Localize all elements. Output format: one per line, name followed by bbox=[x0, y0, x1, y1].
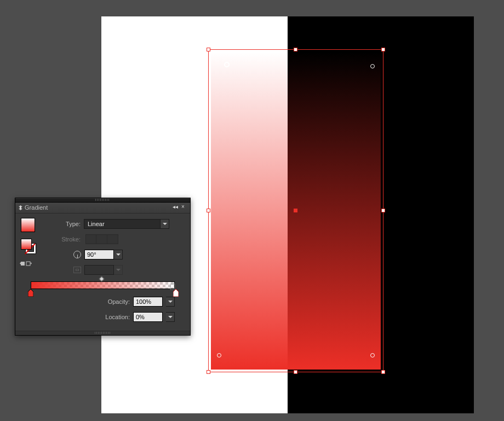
chevron-down-icon bbox=[168, 316, 173, 320]
aspect-stepper bbox=[114, 265, 123, 275]
chevron-down-icon bbox=[116, 269, 121, 273]
type-dropdown-button[interactable] bbox=[160, 220, 169, 228]
color-stop-right[interactable] bbox=[173, 289, 179, 297]
panel-toggle-icon[interactable] bbox=[19, 205, 22, 209]
panel-header[interactable]: Gradient ◂◂ × bbox=[15, 203, 190, 214]
location-row: Location: 0% bbox=[21, 311, 175, 323]
chevron-down-icon bbox=[163, 223, 167, 227]
panel-close-icon[interactable]: × bbox=[180, 204, 186, 210]
location-input[interactable]: 0% bbox=[133, 312, 163, 322]
opacity-stepper[interactable] bbox=[166, 297, 175, 307]
angle-stepper[interactable] bbox=[114, 250, 123, 259]
chevron-down-icon bbox=[116, 253, 121, 258]
svg-rect-3 bbox=[171, 283, 174, 284]
chevron-down-icon bbox=[168, 301, 173, 305]
fill-proxy[interactable] bbox=[21, 239, 32, 250]
stroke-align-2 bbox=[96, 234, 107, 244]
svg-rect-1 bbox=[26, 262, 30, 266]
midpoint-diamond[interactable] bbox=[99, 276, 104, 282]
opacity-row: Opacity: 100% bbox=[21, 296, 175, 308]
type-value: Linear bbox=[84, 220, 160, 228]
aspect-input bbox=[84, 265, 114, 275]
type-row: Type: Linear bbox=[54, 218, 185, 230]
angle-row: 90° bbox=[73, 249, 185, 261]
angle-icon[interactable] bbox=[73, 251, 81, 258]
panel-collapse-icon[interactable]: ◂◂ bbox=[173, 204, 178, 210]
location-label: Location: bbox=[105, 314, 130, 320]
ramp-bar[interactable] bbox=[31, 281, 175, 289]
gradient-swatch[interactable] bbox=[21, 218, 35, 232]
fill-stroke-proxy[interactable] bbox=[21, 239, 36, 254]
opacity-label: Opacity: bbox=[108, 298, 130, 305]
svg-rect-0 bbox=[21, 262, 25, 266]
gradient-ramp[interactable] bbox=[31, 281, 175, 291]
delete-stop-icon[interactable] bbox=[169, 282, 176, 290]
panel-title: Gradient bbox=[25, 204, 48, 211]
stroke-label: Stroke: bbox=[54, 236, 84, 243]
reverse-gradient-icon[interactable] bbox=[20, 261, 32, 267]
location-stepper[interactable] bbox=[166, 312, 175, 322]
aspect-icon bbox=[73, 267, 81, 273]
gradient-panel[interactable]: Gradient ◂◂ × Type: Linear Stroke: bbox=[15, 198, 191, 336]
panel-resize-grip[interactable] bbox=[15, 331, 190, 335]
opacity-input[interactable]: 100% bbox=[133, 297, 163, 307]
type-dropdown[interactable]: Linear bbox=[84, 219, 169, 229]
gradient-rectangle[interactable] bbox=[211, 52, 381, 370]
svg-rect-2 bbox=[170, 284, 175, 290]
angle-input[interactable]: 90° bbox=[84, 250, 114, 259]
stroke-align-1 bbox=[85, 234, 96, 244]
color-stop-left[interactable] bbox=[28, 289, 33, 297]
type-label: Type: bbox=[54, 221, 84, 227]
aspect-row bbox=[73, 264, 185, 276]
stroke-align-group bbox=[85, 234, 118, 244]
stroke-align-3 bbox=[107, 234, 118, 244]
stroke-row: Stroke: bbox=[54, 233, 185, 245]
panel-drag-bar[interactable] bbox=[15, 199, 190, 203]
